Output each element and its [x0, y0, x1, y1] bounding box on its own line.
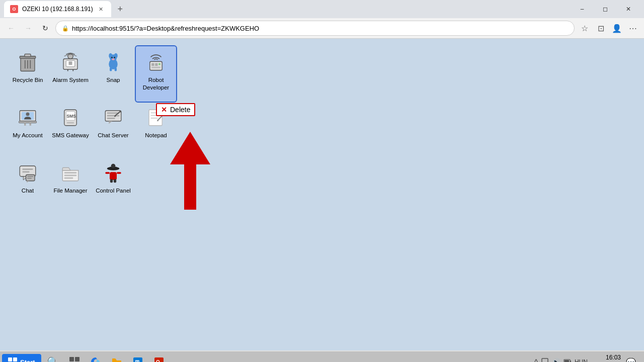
robot-developer-icon	[144, 50, 168, 74]
svg-text:⊞: ⊞	[135, 359, 139, 362]
close-button[interactable]: ✕	[617, 0, 640, 18]
tab-close-button[interactable]: ✕	[97, 5, 105, 13]
desktop-icon-alarm-system[interactable]: Alarm System	[50, 46, 91, 102]
svg-rect-76	[542, 358, 548, 363]
reload-button[interactable]: ↻	[38, 21, 52, 35]
svg-rect-62	[110, 172, 117, 180]
tray-lang: HUN	[575, 358, 588, 362]
tray-network-icon[interactable]	[541, 357, 549, 363]
address-bar: ← → ↻ 🔒 https://localhost:9515/?a=Deskto…	[0, 18, 644, 38]
lock-icon: 🔒	[62, 25, 69, 32]
chat-server-icon	[101, 106, 125, 130]
tray-battery-icon[interactable]	[564, 357, 572, 363]
tab-favicon: O	[10, 5, 18, 13]
desktop-icon-chat-server[interactable]: Chat Server	[93, 102, 133, 157]
file-manager-label: File Manager	[53, 187, 87, 195]
taskbar-pinned-apps: 🔍 ⊞	[43, 353, 169, 362]
minimize-button[interactable]: –	[571, 0, 594, 18]
restore-button[interactable]: ◻	[594, 0, 617, 18]
svg-rect-11	[69, 61, 72, 65]
desktop-icon-file-manager[interactable]: File Manager	[50, 157, 91, 212]
svg-rect-19	[110, 68, 112, 71]
tray-volume-icon[interactable]: 🔊	[552, 358, 560, 362]
start-button[interactable]: Start	[2, 354, 41, 362]
delete-close-icon[interactable]: ✕	[161, 106, 167, 114]
control-panel-label: Control Panel	[96, 187, 131, 195]
recycle-bin-icon	[16, 50, 40, 74]
delete-label[interactable]: Delete	[170, 106, 190, 114]
svg-rect-65	[110, 179, 113, 183]
taskbar-search-button[interactable]: 🔍	[43, 353, 63, 362]
windows-logo-icon	[8, 357, 17, 362]
collections-icon[interactable]: ⊡	[594, 21, 608, 35]
desktop-icon-my-account[interactable]: My Account	[8, 102, 48, 157]
taskbar: Start 🔍	[0, 350, 644, 362]
notification-center-button[interactable]: 💬	[624, 355, 638, 362]
new-tab-button[interactable]: +	[113, 2, 127, 16]
chat-server-label: Chat Server	[98, 132, 128, 139]
svg-rect-20	[115, 68, 117, 71]
svg-rect-81	[570, 360, 571, 363]
svg-rect-66	[114, 179, 116, 183]
file-manager-icon	[58, 161, 83, 185]
svg-rect-29	[24, 123, 26, 126]
account-icon[interactable]: 👤	[610, 21, 624, 35]
sms-gateway-icon: SMS	[58, 106, 83, 130]
svg-point-61	[111, 164, 116, 168]
robot-developer-label: RobotDeveloper	[143, 76, 169, 92]
svg-rect-56	[64, 172, 77, 173]
svg-point-16	[111, 57, 113, 58]
svg-rect-25	[151, 67, 160, 68]
browser-chrome: O OZEKI 10 (192.168.8.191) ✕ + – ◻ ✕ ← →…	[0, 0, 644, 39]
chat-icon	[16, 161, 40, 185]
recycle-bin-label: Recycle Bin	[13, 76, 43, 84]
svg-rect-46	[151, 118, 158, 119]
svg-rect-39	[107, 118, 115, 119]
svg-rect-69	[75, 357, 79, 361]
svg-rect-38	[107, 115, 120, 117]
snap-icon	[101, 50, 125, 74]
desktop-icon-sms-gateway[interactable]: SMS SMS Gateway	[50, 102, 91, 157]
taskbar-store-button[interactable]: ⊞	[128, 353, 148, 362]
tray-chevron-icon[interactable]: ^	[534, 358, 538, 362]
url-bar[interactable]: 🔒 https://localhost:9515/?a=Desktop&refr…	[55, 21, 575, 36]
desktop-icon-control-panel[interactable]: Control Panel	[93, 157, 133, 212]
svg-rect-80	[565, 360, 569, 363]
desktop-icons-grid: Recycle Bin Alarm System	[5, 44, 639, 215]
svg-rect-52	[23, 171, 30, 173]
bookmark-star-icon[interactable]: ☆	[578, 21, 592, 35]
svg-rect-57	[64, 175, 77, 176]
svg-text:SMS: SMS	[66, 114, 76, 119]
alarm-system-icon	[58, 50, 83, 74]
taskbar-ozeki-button[interactable]: O	[149, 353, 169, 362]
system-clock[interactable]: 16:03 03/02/2021	[591, 353, 621, 362]
svg-rect-64	[117, 172, 121, 174]
desktop-icon-robot-developer[interactable]: RobotDeveloper	[136, 46, 176, 102]
taskbar-file-explorer-button[interactable]	[107, 353, 127, 362]
svg-rect-28	[19, 121, 37, 123]
svg-rect-54	[27, 176, 33, 177]
desktop-icon-recycle-bin[interactable]: Recycle Bin	[8, 46, 48, 102]
snap-label: Snap	[107, 76, 120, 84]
svg-rect-51	[23, 168, 33, 170]
svg-rect-30	[30, 123, 32, 126]
forward-button[interactable]: →	[21, 21, 35, 35]
tab-title: OZEKI 10 (192.168.8.191)	[22, 6, 93, 13]
taskbar-task-view-button[interactable]	[64, 353, 85, 362]
desktop-icon-chat[interactable]: Chat	[8, 157, 48, 212]
menu-icon[interactable]: ⋯	[626, 21, 640, 35]
control-panel-icon	[101, 161, 125, 185]
desktop-icon-snap[interactable]: Snap	[93, 46, 133, 102]
system-tray: ^ 🔊 HUN 16:03 03/02/2021 💬	[530, 353, 642, 362]
svg-rect-22	[151, 63, 154, 66]
back-button[interactable]: ←	[4, 21, 18, 35]
taskbar-edge-button[interactable]	[86, 353, 106, 362]
svg-rect-23	[155, 63, 157, 66]
svg-point-17	[114, 57, 115, 58]
active-tab[interactable]: O OZEKI 10 (192.168.8.191) ✕	[4, 1, 111, 17]
clock-time: 16:03	[591, 353, 621, 362]
svg-rect-2	[25, 54, 31, 56]
svg-rect-63	[105, 172, 110, 174]
window-controls: – ◻ ✕	[571, 0, 640, 18]
url-text: https://localhost:9515/?a=Desktop&refres…	[72, 25, 568, 32]
